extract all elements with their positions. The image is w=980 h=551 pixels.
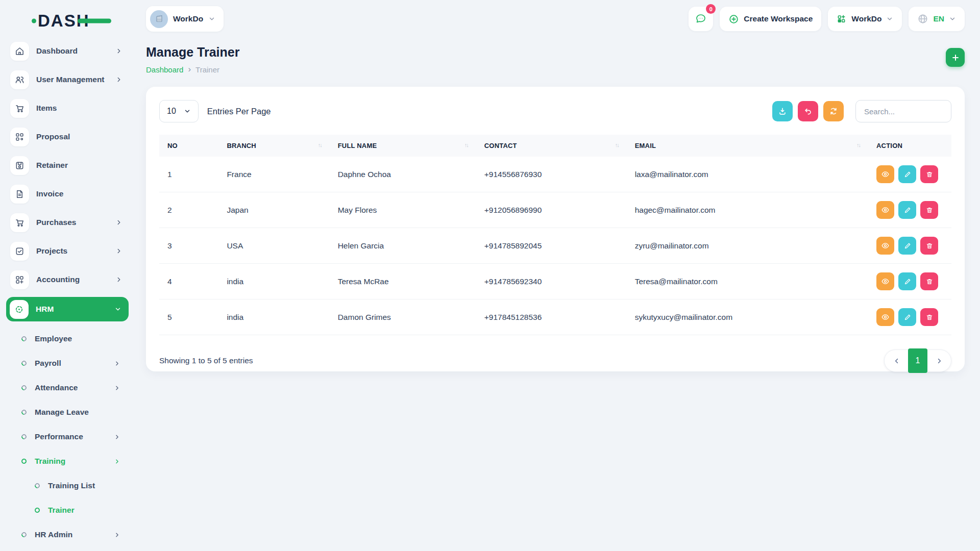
entries-value: 10 [167,107,176,116]
sidebar-item-hr-admin[interactable]: HR Admin [15,522,129,547]
cell-no: 3 [159,228,218,264]
entries-per-page-select[interactable]: 10 [159,100,199,122]
eye-icon [881,277,890,286]
sidebar-item-payroll[interactable]: Payroll [15,351,129,375]
delete-button[interactable] [920,165,938,183]
sidebar-item-invoice[interactable]: Invoice [8,183,129,205]
edit-button[interactable] [898,201,916,219]
bullet-icon [20,409,28,416]
view-button[interactable] [876,165,894,183]
table-row: 2 Japan May Flores +912056896990 hagec@m… [159,192,951,228]
sidebar-item-employee[interactable]: Employee [15,327,129,351]
sidebar-item-proposal[interactable]: Proposal [8,126,129,148]
chevron-down-icon [114,306,121,313]
sidebar-item-label: Employee [35,334,72,343]
cell-branch: France [218,157,329,192]
undo-icon [803,107,813,116]
sidebar-item-projects[interactable]: Projects [8,240,129,262]
cell-email: laxa@mailinator.com [627,157,868,192]
cell-no: 5 [159,299,218,335]
edit-button[interactable] [898,237,916,255]
bullet-icon [20,384,28,391]
view-button[interactable] [876,237,894,255]
breadcrumb: Dashboard › Trainer [146,64,239,74]
sidebar-item-hrm[interactable]: HRM [6,297,129,321]
view-button[interactable] [876,308,894,326]
sidebar-item-label: Accounting [36,275,80,284]
delete-button[interactable] [920,272,938,290]
cell-no: 1 [159,157,218,192]
sidebar: DASH Dashboard User Management [0,0,134,551]
sidebar-item-attendance[interactable]: Attendance [15,375,129,400]
sidebar-item-items[interactable]: Items [8,97,129,119]
cell-contact: +914785892045 [476,228,627,264]
sidebar-item-label: Trainer [48,506,75,515]
cart-icon [10,213,29,232]
sidebar-item-retainer[interactable]: Retainer [8,154,129,177]
pagination-next-button[interactable] [927,349,951,372]
workspace-selector[interactable]: WorkDo [146,6,224,32]
table-header-row: NO BRANCH↑↓ FULL NAME↑↓ CONTACT↑↓ EMAIL↑… [159,135,951,157]
sidebar-item-label: Projects [36,246,67,256]
view-button[interactable] [876,201,894,219]
delete-button[interactable] [920,201,938,219]
breadcrumb-current: Trainer [195,65,219,74]
sort-icon[interactable]: ↑↓ [615,142,619,148]
main-area: WorkDo 0 Create Workspace [134,0,980,551]
language-switcher[interactable]: EN [909,7,965,31]
cell-contact: +912056896990 [476,192,627,228]
sidebar-item-label: HR Admin [35,530,72,539]
sort-icon[interactable]: ↑↓ [856,142,860,148]
sort-icon[interactable]: ↑↓ [318,142,322,148]
sidebar-item-trainer[interactable]: Trainer [15,498,129,522]
view-button[interactable] [876,272,894,290]
add-trainer-button[interactable] [946,48,965,67]
edit-button[interactable] [898,272,916,290]
chevron-right-icon [936,357,943,365]
pagination-prev-button[interactable] [885,349,908,372]
trash-icon [925,242,934,250]
home-icon [10,42,29,61]
pagination-page-1[interactable]: 1 [908,348,927,373]
sidebar-item-accounting[interactable]: Accounting [8,268,129,291]
table-toolbar: 10 Entries Per Page [159,100,951,122]
edit-button[interactable] [898,165,916,183]
column-header-contact: CONTACT↑↓ [476,135,627,157]
sidebar-item-training[interactable]: Training [15,449,129,473]
sidebar-item-performance[interactable]: Performance [15,424,129,449]
sidebar-item-purchases[interactable]: Purchases [8,211,129,234]
pencil-icon [903,313,912,321]
export-button[interactable] [772,101,793,121]
bullet-icon [20,458,28,465]
delete-button[interactable] [920,308,938,326]
sidebar-item-label: Invoice [36,189,63,198]
delete-button[interactable] [920,237,938,255]
messages-button[interactable]: 0 [689,7,713,31]
breadcrumb-dashboard-link[interactable]: Dashboard [146,65,183,74]
app-switcher-button[interactable]: WorkDo [828,7,902,31]
trash-icon [925,170,934,179]
eye-icon [881,241,890,250]
sidebar-item-label: Payroll [35,359,61,368]
trainer-table: NO BRANCH↑↓ FULL NAME↑↓ CONTACT↑↓ EMAIL↑… [159,135,951,335]
trash-icon [925,313,934,321]
sidebar-item-label: Training [35,457,65,466]
edit-button[interactable] [898,308,916,326]
sidebar-item-user-management[interactable]: User Management [8,68,129,91]
sidebar-nav: Dashboard User Management Items [8,40,129,547]
sidebar-item-training-list[interactable]: Training List [15,473,129,498]
sidebar-item-manage-leave[interactable]: Manage Leave [15,400,129,424]
chevron-down-icon [208,15,215,22]
create-workspace-button[interactable]: Create Workspace [720,7,821,31]
refresh-button[interactable] [823,101,844,121]
reset-button[interactable] [798,101,818,121]
search-input[interactable] [855,100,951,122]
sidebar-item-label: Purchases [36,218,76,227]
sort-icon[interactable]: ↑↓ [464,142,468,148]
sidebar-item-dashboard[interactable]: Dashboard [8,40,129,62]
cell-full-name: Teresa McRae [330,264,476,299]
cell-contact: +917845128536 [476,299,627,335]
hrm-circle-icon [10,300,29,319]
brand-logo[interactable]: DASH [8,6,129,36]
eye-icon [881,206,890,214]
